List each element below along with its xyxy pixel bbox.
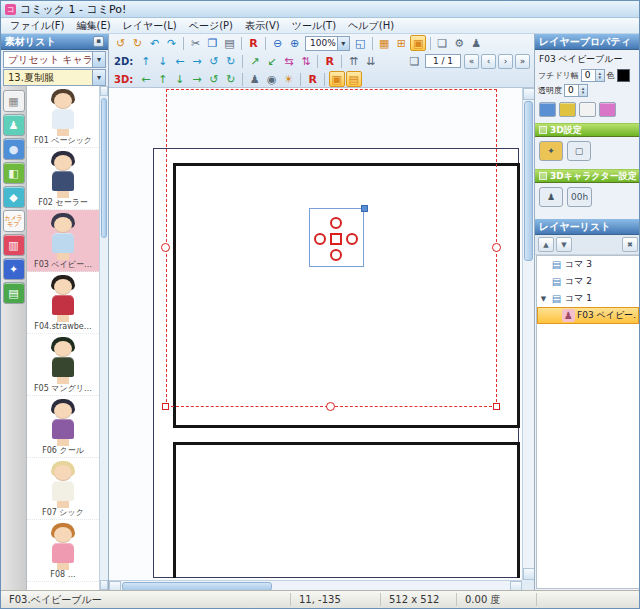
category-book[interactable]: ▤ (3, 282, 25, 304)
move-3d-right-icon[interactable]: → (189, 71, 205, 87)
move-right-icon[interactable]: → (189, 53, 205, 69)
material-f04[interactable]: F04.strawbe… (27, 272, 99, 334)
move-left-icon[interactable]: ← (172, 53, 188, 69)
category-effect[interactable]: ◆ (3, 186, 25, 208)
prev-page-button[interactable]: ‹ (481, 54, 496, 69)
reset-transform-button[interactable]: R (322, 53, 338, 69)
outline-color-swatch[interactable] (617, 69, 630, 82)
panel-menu-icon[interactable]: ▪ (93, 36, 104, 47)
selection-handle-right[interactable] (492, 243, 501, 252)
page-setup-icon[interactable]: ❏ (434, 35, 450, 51)
zoom-in-icon[interactable]: ⊕ (287, 35, 303, 51)
send-back-icon[interactable]: ⇊ (363, 53, 379, 69)
add-character-icon[interactable]: ♟ (468, 35, 484, 51)
gizmo-center-handle[interactable] (330, 233, 342, 245)
camera-icon[interactable]: ◉ (264, 71, 280, 87)
menu-tool[interactable]: ツール(T) (286, 19, 342, 33)
layer-koma-1[interactable]: ▼ ▤ コマ 1 (537, 290, 639, 307)
category-manga-lines[interactable]: ▥ (3, 234, 25, 256)
paste-icon[interactable]: ▤ (222, 35, 238, 51)
delete-layer-button[interactable]: ✖ (622, 237, 638, 252)
category-3d-background[interactable]: ◧ (3, 162, 25, 184)
gizmo-handle-top[interactable] (330, 217, 342, 229)
settings-icon[interactable]: ⚙ (451, 35, 467, 51)
page-layout-icon[interactable]: ❏ (407, 53, 423, 69)
scroll-down-icon[interactable] (523, 568, 534, 580)
category-3d-item[interactable]: ● (3, 138, 25, 160)
scrollbar-thumb[interactable] (101, 98, 107, 238)
material-f06[interactable]: F06 クール (27, 396, 99, 458)
opacity-stepper[interactable]: 0 (564, 84, 588, 97)
snap-toggle-icon[interactable]: ⊞ (393, 35, 409, 51)
rotate-page-ccw-icon[interactable]: ↺ (113, 35, 129, 51)
move-down-icon[interactable]: ↓ (155, 53, 171, 69)
rotate-cw-icon[interactable]: ↻ (223, 53, 239, 69)
scale-up-icon[interactable]: ↗ (247, 53, 263, 69)
zoom-out-icon[interactable]: ⊖ (270, 35, 286, 51)
layer-down-button[interactable]: ▼ (556, 237, 572, 252)
menu-edit[interactable]: 編集(E) (71, 19, 117, 33)
category-3d-character[interactable]: ♟ (3, 114, 25, 136)
move-up-icon[interactable]: ↑ (138, 53, 154, 69)
redo-icon[interactable]: ↷ (164, 35, 180, 51)
first-page-button[interactable]: « (464, 54, 479, 69)
category-all[interactable]: ▦ (3, 90, 25, 112)
style-pink-button[interactable] (599, 102, 616, 117)
move-3d-up-icon[interactable]: ↑ (155, 71, 171, 87)
reset-2d-button[interactable]: R (246, 35, 262, 51)
move-3d-left-icon[interactable]: ← (138, 71, 154, 87)
canvas[interactable] (109, 88, 534, 592)
material-f02[interactable]: F02 セーラー (27, 148, 99, 210)
category-flash[interactable]: ✦ (3, 258, 25, 280)
zoom-level-select[interactable]: 100% (305, 36, 350, 51)
scrollbar-thumb[interactable] (524, 101, 533, 261)
rotate-3d-cw-icon[interactable]: ↻ (223, 71, 239, 87)
move-3d-down-icon[interactable]: ↓ (172, 71, 188, 87)
menu-layer[interactable]: レイヤー(L) (117, 19, 183, 33)
material-f03[interactable]: F03 ベイビー… (27, 210, 99, 272)
object-box-button[interactable]: ▢ (567, 141, 591, 161)
rotate-page-cw-icon[interactable]: ↻ (130, 35, 146, 51)
selection-handle-bottom[interactable] (326, 402, 335, 411)
selection-corner-right[interactable] (493, 403, 500, 410)
grid-toggle-icon[interactable]: ▦ (376, 35, 392, 51)
category-select[interactable]: プリセット キャラ (3, 51, 106, 68)
undo-icon[interactable]: ↶ (147, 35, 163, 51)
last-page-button[interactable]: » (515, 54, 530, 69)
gizmo-handle-bottom[interactable] (330, 249, 342, 261)
layer-up-button[interactable]: ▲ (538, 237, 554, 252)
style-plain-button[interactable] (579, 102, 596, 117)
material-f01[interactable]: F01 ベーシック (27, 86, 99, 148)
category-camera-mob[interactable]: カメラモブ (3, 210, 25, 232)
hand-tool-button[interactable]: ✦ (539, 141, 563, 161)
style-blue-button[interactable] (539, 102, 556, 117)
selection-handle-left[interactable] (161, 243, 170, 252)
gizmo-rotate-handle[interactable] (361, 205, 368, 212)
layer-koma-2[interactable]: ▤ コマ 2 (537, 273, 639, 290)
flip-horizontal-icon[interactable]: ⇆ (281, 53, 297, 69)
canvas-vertical-scrollbar[interactable] (522, 88, 534, 580)
character-pose-button[interactable]: ♟ (539, 187, 563, 207)
material-f08[interactable]: F08 … (27, 520, 99, 582)
texture-toggle[interactable]: ▤ (346, 71, 362, 87)
cut-icon[interactable]: ✂ (188, 35, 204, 51)
pose-icon[interactable]: ♟ (247, 71, 263, 87)
menu-page[interactable]: ページ(P) (183, 19, 239, 33)
gizmo-handle-left[interactable] (314, 233, 326, 245)
scroll-up-icon[interactable] (100, 86, 108, 96)
scale-down-icon[interactable]: ↙ (264, 53, 280, 69)
layer-f03-baby-blue[interactable]: ♟ F03 ベイビー… (537, 307, 639, 324)
frame-guide-icon[interactable]: ▣ (410, 35, 426, 51)
scroll-down-icon[interactable] (100, 580, 108, 590)
selection-corner-left[interactable] (162, 403, 169, 410)
bring-front-icon[interactable]: ⇈ (346, 53, 362, 69)
style-yellow-button[interactable] (559, 102, 576, 117)
menu-help[interactable]: ヘルプ(H) (342, 19, 400, 33)
subcategory-select[interactable]: 13.夏制服 (3, 69, 106, 86)
light-icon[interactable]: ☀ (281, 71, 297, 87)
expander-icon[interactable]: ▼ (539, 295, 548, 303)
motion-time-button[interactable]: 00h (567, 187, 592, 207)
character-list-scrollbar[interactable] (99, 86, 108, 590)
outline-width-stepper[interactable]: 0 (581, 69, 605, 82)
material-f05[interactable]: F05 マングリ… (27, 334, 99, 396)
